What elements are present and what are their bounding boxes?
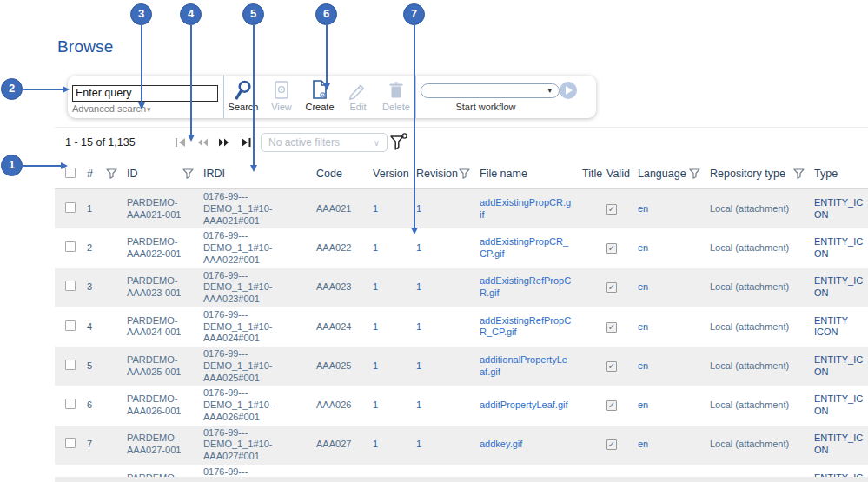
cell-irdi: 0176-99---DEMO_1_1#10-AAA023#001 [197,268,310,307]
cell-version: 1 [367,189,410,229]
cell-revision: 1 [410,307,474,347]
col-header-irdi[interactable]: IRDI [203,168,225,180]
edit-button[interactable]: Edit [339,78,377,112]
next-page-button[interactable] [218,137,230,148]
file-name-link[interactable]: addExistingPropCR.gif [480,197,571,220]
cell-title [576,268,600,307]
cell-revision: 1 [410,386,474,425]
col-header-id[interactable]: ID [127,168,138,180]
advanced-search-label: Advanced search [72,103,146,114]
file-name-link[interactable]: addExistingRefPropCR_CP.gif [480,315,571,338]
chevron-down-icon: ▾ [147,105,151,114]
col-header-code[interactable]: Code [316,168,342,180]
chevron-down-icon: ▾ [547,87,552,95]
cell-revision: 1 [410,228,474,267]
search-label: Search [229,102,259,112]
filter-settings-icon[interactable] [388,132,409,156]
last-page-button[interactable] [240,137,252,148]
table-row[interactable]: 3 PARDEMO-AAA023-001 0176-99---DEMO_1_1#… [55,268,868,307]
table-row[interactable]: 4 PARDEMO-AAA024-001 0176-99---DEMO_1_1#… [55,307,868,347]
cell-language: en [632,347,704,386]
col-header-revision[interactable]: Revision [416,168,458,180]
select-all-checkbox[interactable] [65,168,76,178]
pagination-bar: 1 - 15 of 1,135 No active filters ∨ [55,128,868,159]
callout-2: 2 [1,78,23,100]
query-input[interactable] [72,85,218,102]
cell-id: PARDEMO-AAA027-001 [121,426,197,465]
cell-irdi: 0176-99---DEMO_1_1#10-AAA026#001 [197,386,310,425]
view-button[interactable]: View [262,78,301,112]
page-title: Browse [57,37,114,56]
valid-checkbox: ✓ [606,439,617,450]
filter-icon[interactable] [459,168,470,179]
results-panel: 1 - 15 of 1,135 No active filters ∨ [55,127,868,482]
file-name-link[interactable]: addkey.gif [480,439,522,449]
search-icon [233,78,255,101]
create-button[interactable]: Create [301,78,339,112]
filter-icon[interactable] [793,168,805,179]
cell-language: en [632,189,704,229]
filter-icon[interactable] [182,168,194,179]
start-workflow-button[interactable] [560,82,577,99]
cell-num: 7 [81,426,121,465]
col-header-language[interactable]: Language [638,168,686,180]
callout-7: 7 [403,3,425,25]
first-page-button[interactable] [175,137,187,148]
col-header-type[interactable]: Type [814,168,838,180]
delete-label: Delete [382,102,410,112]
cell-code: AAA024 [310,307,367,347]
file-name-link[interactable]: additPropertyLeaf.gif [480,399,568,410]
play-icon [566,86,573,95]
advanced-search-link[interactable]: Advanced search▾ [72,103,222,114]
results-table: # ID IRDI Code Version Revision File nam… [55,159,868,482]
file-name-link[interactable]: addExistingPropCR_CP.gif [480,236,568,259]
cell-version: 1 [367,268,410,307]
col-header-file-name[interactable]: File name [480,168,527,180]
row-checkbox[interactable] [65,241,76,252]
cell-num: 5 [81,347,121,386]
col-header-title[interactable]: Title [582,168,602,180]
cell-id: PARDEMO-AAA022-001 [121,228,197,267]
cell-num: 3 [81,268,121,307]
workflow-select[interactable]: ▾ [421,83,560,98]
col-header-version[interactable]: Version [373,168,409,180]
table-row[interactable]: 5 PARDEMO-AAA025-001 0176-99---DEMO_1_1#… [55,347,868,386]
cell-irdi: 0176-99---DEMO_1_1#10-AAA024#001 [197,307,310,347]
col-header-valid[interactable]: Valid [606,168,630,180]
callout-2-line [23,89,63,90]
toolbar: Advanced search▾ Search View C [68,76,596,118]
col-header-repository-type[interactable]: Repository type [710,168,785,180]
row-checkbox[interactable] [65,438,76,448]
valid-checkbox: ✓ [606,400,617,411]
file-name-link[interactable]: addExistingRefPropCR.gif [480,275,571,298]
row-checkbox[interactable] [65,399,76,409]
row-checkbox[interactable] [65,360,76,370]
filter-icon[interactable] [106,168,117,179]
col-header-num[interactable]: # [87,168,93,180]
active-filters-select[interactable]: No active filters ∨ [261,133,388,152]
cell-repository-type: Local (attachment) [704,307,808,347]
row-checkbox[interactable] [65,320,76,331]
cell-revision: 1 [410,347,474,386]
create-icon [310,78,329,101]
cell-repository-type: Local (attachment) [704,426,808,465]
previous-page-button[interactable] [196,137,209,148]
table-row[interactable]: 1 PARDEMO-AAA021-001 0176-99---DEMO_1_1#… [55,189,868,229]
cell-repository-type: Local (attachment) [704,189,808,229]
cell-irdi: 0176-99---DEMO_1_1#10-AAA027#001 [197,426,310,465]
cell-language: en [632,386,704,425]
file-name-link[interactable]: additionalPropertyLeaf.gif [480,354,567,377]
pagination-range: 1 - 15 of 1,135 [65,136,136,149]
filter-icon[interactable] [689,168,700,179]
row-checkbox[interactable] [65,202,76,213]
cell-type: ENTITY ICON [808,307,868,347]
search-button[interactable]: Search [224,78,262,112]
cell-revision: 1 [410,426,474,465]
table-row[interactable]: 2 PARDEMO-AAA022-001 0176-99---DEMO_1_1#… [55,228,868,267]
row-checkbox[interactable] [65,281,76,291]
active-filters-value: No active filters [268,136,340,149]
table-row[interactable]: 7 PARDEMO-AAA027-001 0176-99---DEMO_1_1#… [55,426,868,465]
delete-button[interactable]: Delete [377,78,415,112]
table-row[interactable]: 6 PARDEMO-AAA026-001 0176-99---DEMO_1_1#… [55,386,868,425]
cell-code: AAA025 [310,347,367,386]
